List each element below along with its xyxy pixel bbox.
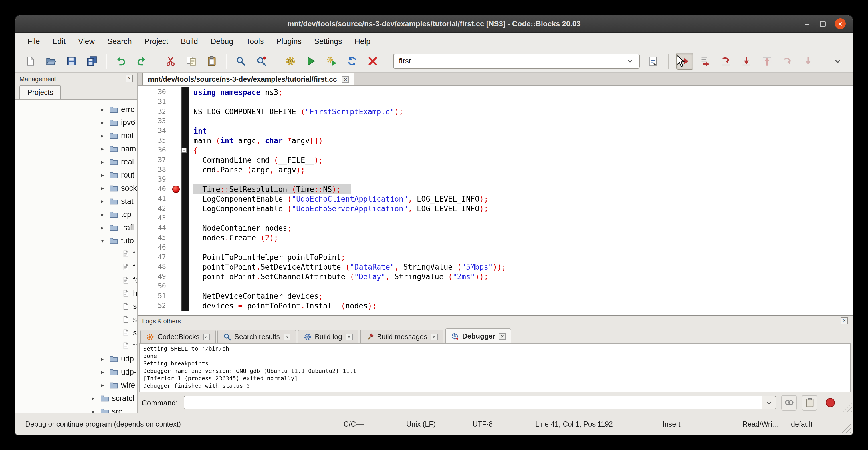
build-target-combo[interactable]: first (393, 53, 640, 68)
build-button[interactable] (282, 52, 299, 69)
line-number[interactable]: 33 (137, 117, 172, 126)
next-instruction-button[interactable] (779, 52, 796, 69)
code-line-35[interactable]: 35main (int argc, char *argv[]) (137, 136, 852, 146)
code-text[interactable]: pointToPoint.SetChannelAttribute ("Delay… (189, 272, 852, 281)
step-into-button[interactable] (738, 52, 755, 69)
next-line-button[interactable] (717, 52, 735, 69)
new-file-button[interactable] (22, 52, 39, 69)
tree-item-si[interactable]: si (16, 326, 137, 339)
close-tab-icon[interactable]: × (499, 333, 506, 339)
code-text[interactable] (189, 243, 852, 252)
menu-file[interactable]: File (21, 34, 46, 48)
chevron-right-icon[interactable]: ▸ (101, 224, 110, 231)
tree-item-src[interactable]: ▸src (16, 405, 137, 413)
chevron-right-icon[interactable]: ▸ (101, 159, 110, 165)
tree-item-trafl[interactable]: ▸trafl (16, 221, 137, 234)
code-text[interactable]: pointToPoint.SetDeviceAttribute ("DataRa… (189, 262, 852, 272)
code-line-52[interactable]: 52 devices = pointToPoint.Install (nodes… (137, 301, 852, 311)
code-text[interactable]: NodeContainer nodes; (189, 223, 852, 233)
breakpoint-gutter[interactable] (172, 126, 181, 136)
tree-item-se[interactable]: se (16, 313, 137, 326)
title-bar[interactable]: mnt/dev/tools/source/ns-3-dev/examples/t… (16, 16, 852, 33)
breakpoint-gutter[interactable] (172, 252, 181, 262)
breakpoint-gutter[interactable] (172, 117, 181, 126)
code-line-48[interactable]: 48 pointToPoint.SetDeviceAttribute ("Dat… (137, 262, 852, 272)
code-text[interactable] (189, 214, 852, 223)
chevron-down-icon[interactable] (626, 57, 634, 65)
attach-button[interactable] (781, 395, 797, 410)
build-and-run-button[interactable] (323, 52, 340, 69)
close-tab-icon[interactable]: × (342, 76, 349, 83)
breakpoint-gutter[interactable] (172, 136, 181, 146)
tree-item-sock[interactable]: ▸sock (16, 182, 137, 195)
save-all-button[interactable] (83, 52, 100, 69)
code-line-32[interactable]: 32NS_LOG_COMPONENT_DEFINE ("FirstScriptE… (137, 107, 852, 117)
code-text[interactable]: using namespace ns3; (189, 87, 852, 97)
tree-item-udp-[interactable]: ▸udp- (16, 365, 137, 379)
chevron-right-icon[interactable]: ▸ (101, 106, 110, 113)
breakpoint-gutter[interactable] (172, 155, 181, 165)
code-line-31[interactable]: 31 (137, 97, 852, 107)
undo-button[interactable] (113, 52, 129, 69)
line-number[interactable]: 42 (137, 204, 172, 214)
abort-button[interactable] (364, 52, 381, 69)
log-tab-search-results[interactable]: Search results× (217, 330, 296, 343)
code-line-49[interactable]: 49 pointToPoint.SetChannelAttribute ("De… (137, 272, 852, 281)
breakpoint-gutter[interactable] (172, 165, 181, 175)
code-text[interactable]: cmd.Parse (argc, argv); (189, 165, 852, 175)
code-text[interactable]: CommandLine cmd (__FILE__); (189, 155, 852, 165)
code-line-45[interactable]: 45 nodes.Create (2); (137, 233, 852, 243)
code-line-37[interactable]: 37 CommandLine cmd (__FILE__); (137, 155, 852, 165)
run-to-cursor-button[interactable] (697, 52, 714, 69)
chevron-right-icon[interactable]: ▸ (101, 382, 110, 388)
code-text[interactable]: int (189, 126, 852, 136)
breakpoint-gutter[interactable] (172, 281, 181, 291)
tree-item-nam[interactable]: ▸nam (16, 142, 137, 155)
tree-item-tcp[interactable]: ▸tcp (16, 208, 137, 221)
code-line-33[interactable]: 33 (137, 117, 852, 126)
menu-view[interactable]: View (72, 34, 101, 48)
line-number[interactable]: 51 (137, 291, 172, 301)
line-number[interactable]: 41 (137, 194, 172, 204)
close-logs-icon[interactable]: × (841, 317, 848, 324)
menu-settings[interactable]: Settings (308, 34, 348, 48)
code-line-39[interactable]: 39 (137, 175, 852, 184)
breakpoint-gutter[interactable] (172, 223, 181, 233)
line-number[interactable]: 36 (137, 146, 172, 155)
line-number[interactable]: 31 (137, 97, 172, 107)
tree-item-he[interactable]: he (16, 287, 137, 300)
tree-item-ipv6[interactable]: ▸ipv6 (16, 116, 137, 129)
line-number[interactable]: 52 (137, 301, 172, 311)
chevron-right-icon[interactable]: ▸ (101, 185, 110, 191)
line-number[interactable]: 49 (137, 272, 172, 281)
chevron-right-icon[interactable]: ▸ (101, 132, 110, 139)
tree-item-stat[interactable]: ▸stat (16, 195, 137, 208)
breakpoint-gutter[interactable] (172, 107, 181, 117)
copy-button[interactable] (183, 52, 200, 69)
code-text[interactable] (189, 175, 852, 184)
line-number[interactable]: 39 (137, 175, 172, 184)
code-text[interactable]: { (189, 146, 852, 155)
code-text[interactable] (189, 117, 852, 126)
menu-plugins[interactable]: Plugins (270, 34, 308, 48)
chevron-down-icon[interactable]: ▾ (101, 238, 110, 244)
menu-build[interactable]: Build (175, 34, 204, 48)
line-number[interactable]: 43 (137, 214, 172, 223)
code-text[interactable]: Time::SetResolution (Time::NS); (189, 184, 852, 194)
code-line-38[interactable]: 38 cmd.Parse (argc, argv); (137, 165, 852, 175)
tree-item-mat[interactable]: ▸mat (16, 129, 137, 142)
chevron-right-icon[interactable]: ▸ (92, 408, 100, 413)
line-number[interactable]: 35 (137, 136, 172, 146)
line-number[interactable]: 32 (137, 107, 172, 117)
code-text[interactable]: PointToPointHelper pointToPoint; (189, 252, 852, 262)
breakpoint-gutter[interactable] (172, 301, 181, 311)
code-text[interactable]: NetDeviceContainer devices; (189, 291, 852, 301)
line-number[interactable]: 46 (137, 243, 172, 252)
tree-item-rout[interactable]: ▸rout (16, 169, 137, 182)
select-target-button[interactable] (644, 52, 661, 69)
log-tab-debugger[interactable]: Debugger× (445, 328, 512, 343)
code-line-40[interactable]: 40 Time::SetResolution (Time::NS); (137, 184, 852, 194)
code-text[interactable]: main (int argc, char *argv[]) (189, 136, 852, 146)
log-tab-build-log[interactable]: Build log× (298, 330, 358, 343)
chevron-right-icon[interactable]: ▸ (101, 198, 110, 205)
